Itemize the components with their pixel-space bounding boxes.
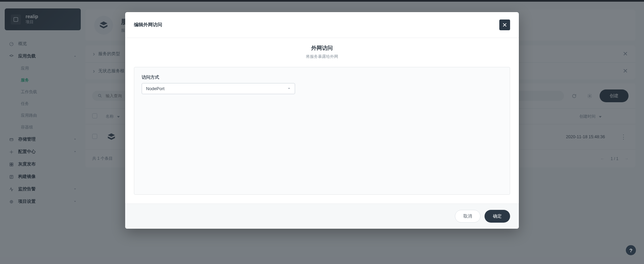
- select-value: NodePort: [146, 86, 165, 91]
- cancel-button[interactable]: 取消: [455, 210, 480, 223]
- modal-title: 编辑外网访问: [134, 22, 162, 28]
- modal: 编辑外网访问 外网访问 将服务暴露给外网 访问方式 NodePort 取消: [125, 12, 519, 229]
- access-method-select[interactable]: NodePort: [142, 83, 295, 94]
- field-label-access: 访问方式: [142, 75, 502, 80]
- help-button[interactable]: ?: [626, 245, 636, 255]
- modal-intro-sub: 将服务暴露给外网: [125, 54, 519, 60]
- form-panel: 访问方式 NodePort: [134, 67, 510, 195]
- chevron-down-icon: [287, 86, 291, 91]
- modal-intro-title: 外网访问: [125, 45, 519, 52]
- ok-button[interactable]: 确定: [485, 210, 510, 223]
- modal-overlay[interactable]: 编辑外网访问 外网访问 将服务暴露给外网 访问方式 NodePort 取消: [0, 0, 644, 264]
- modal-close-button[interactable]: [499, 20, 510, 30]
